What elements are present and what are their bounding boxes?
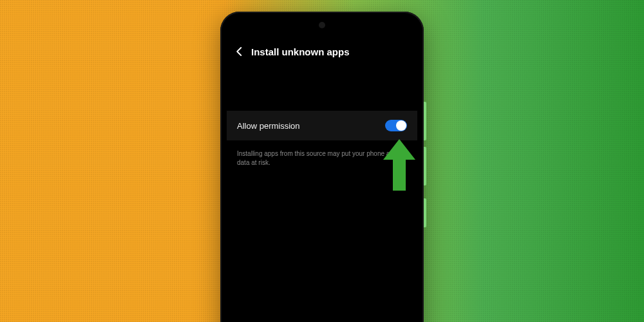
phone-side-button	[424, 102, 426, 140]
phone-side-button	[424, 147, 426, 185]
permission-row[interactable]: Allow permission	[227, 111, 417, 140]
phone-side-button	[424, 198, 426, 227]
phone-frame: Install unknown apps Allow permission In…	[220, 12, 424, 322]
permission-description: Installing apps from this source may put…	[227, 140, 417, 176]
toggle-thumb	[396, 120, 406, 131]
phone-screen: Install unknown apps Allow permission In…	[227, 18, 417, 322]
chevron-left-icon	[234, 46, 245, 57]
page-title: Install unknown apps	[251, 46, 350, 57]
camera-notch	[319, 22, 325, 28]
back-button[interactable]	[233, 45, 246, 58]
permission-label: Allow permission	[237, 121, 300, 131]
permission-toggle[interactable]	[385, 120, 407, 131]
